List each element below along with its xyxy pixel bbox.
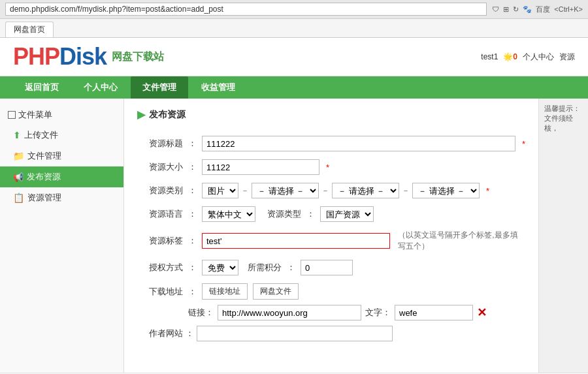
logo-phpdisk: PHPDisk	[13, 43, 106, 70]
category-label: 资源类别	[137, 185, 183, 196]
auth-row: 授权方式 ： 免费 所需积分 ：	[137, 260, 525, 275]
box-icon	[8, 111, 16, 119]
logo-php: PHP	[13, 43, 59, 70]
arrow-icon: ▶	[137, 108, 145, 121]
lang-select[interactable]: 繁体中文	[202, 206, 255, 222]
points-label: 所需积分	[248, 262, 282, 273]
type-select[interactable]: 国产资源	[320, 206, 374, 222]
personal-center-link[interactable]: 个人中心	[523, 52, 554, 63]
browser-icons: 🛡 ⊞ ↻ 🐾 百度 <Ctrl+K>	[492, 5, 583, 14]
size-row: 资源大小 ： *	[137, 159, 525, 175]
tag-hint: （以英文逗号隔开多个标签,最多填写五个）	[398, 230, 525, 252]
author-row: 作者网站 ：	[137, 326, 525, 341]
grid-icon: ⊞	[503, 5, 509, 14]
download-label: 下载地址	[137, 286, 183, 298]
user-score: 🌟0	[503, 52, 517, 61]
category-required: *	[486, 186, 489, 196]
refresh-icon[interactable]: ↻	[513, 5, 519, 14]
netdisk-button[interactable]: 网盘文件	[253, 283, 299, 300]
author-input[interactable]	[197, 326, 393, 341]
link-addr-button[interactable]: 链接地址	[202, 283, 248, 300]
link-input[interactable]	[218, 305, 361, 320]
upload-icon: ⬆	[13, 130, 21, 140]
link-row: 链接： 文字： ✕	[188, 305, 525, 320]
link-text-input[interactable]	[395, 305, 473, 320]
nav-earnings[interactable]: 收益管理	[189, 76, 247, 99]
sidebar: 文件菜单 ⬆ 上传文件 📁 文件管理 📢 发布资源 📋 资源管理	[0, 99, 124, 373]
folder-icon: 📁	[13, 151, 24, 161]
nav-home[interactable]: 返回首页	[13, 76, 71, 99]
paw-icon: 🐾	[523, 5, 532, 14]
form-area: ▶ 发布资源 资源标题 ： * 资源大小 ： * 资源类别 ： 图片 －	[124, 99, 538, 373]
points-input[interactable]	[301, 260, 353, 275]
sidebar-item-publish[interactable]: 📢 发布资源	[0, 166, 123, 187]
category-select-sub1[interactable]: － 请选择 －	[252, 183, 319, 198]
tab-home[interactable]: 网盘首页	[5, 22, 54, 37]
size-input[interactable]	[202, 159, 319, 175]
url-bar[interactable]	[5, 3, 487, 16]
size-label: 资源大小	[137, 161, 183, 173]
header-user: test1 🌟0 个人中心 资源	[481, 52, 575, 63]
browser-bar: 🛡 ⊞ ↻ 🐾 百度 <Ctrl+K>	[0, 0, 588, 19]
delete-link-button[interactable]: ✕	[477, 305, 487, 320]
category-select-sub2[interactable]: － 请选择 －	[332, 183, 399, 198]
right-panel-text: 温馨提示：文件须经核，	[544, 104, 580, 132]
site-header: PHPDisk 网盘下载站 test1 🌟0 个人中心 资源	[0, 38, 588, 76]
author-label: 作者网站	[137, 328, 183, 339]
manage-icon: 📋	[13, 193, 24, 203]
username: test1	[481, 52, 498, 61]
sidebar-title: 文件菜单	[0, 105, 123, 125]
logo-subtitle: 网盘下载站	[112, 50, 164, 64]
resources-link[interactable]: 资源	[559, 52, 575, 63]
right-panel: 温馨提示：文件须经核，	[538, 99, 588, 373]
sidebar-item-filemanage[interactable]: 📁 文件管理	[0, 146, 123, 166]
title-required: *	[522, 139, 525, 149]
title-row: 资源标题 ： *	[137, 136, 525, 151]
category-select-main[interactable]: 图片	[202, 183, 238, 198]
baidu-label: 百度	[536, 5, 550, 14]
nav-personal[interactable]: 个人中心	[72, 76, 129, 99]
shield-icon: 🛡	[492, 5, 499, 13]
publish-icon: 📢	[13, 172, 24, 182]
tab-bar: 网盘首页	[0, 19, 588, 38]
main-nav: 返回首页 个人中心 文件管理 收益管理	[0, 76, 588, 99]
tag-row: 资源标签 ： （以英文逗号隔开多个标签,最多填写五个）	[137, 230, 525, 252]
size-required: *	[326, 163, 329, 172]
type-label: 资源类型	[267, 208, 301, 220]
main-content: 文件菜单 ⬆ 上传文件 📁 文件管理 📢 发布资源 📋 资源管理 ▶ 发布资源 …	[0, 99, 588, 373]
auth-select[interactable]: 免费	[202, 260, 238, 275]
text-label: 文字：	[365, 307, 391, 319]
title-label: 资源标题	[137, 138, 183, 149]
section-title: ▶ 发布资源	[137, 108, 525, 126]
link-label: 链接：	[188, 307, 214, 319]
category-row: 资源类别 ： 图片 － － 请选择 － － － 请选择 － － － 请选择 －	[137, 183, 525, 198]
sidebar-item-resmanage[interactable]: 📋 资源管理	[0, 187, 123, 208]
category-selects: 图片 － － 请选择 － － － 请选择 － － － 请选择 －	[202, 183, 480, 198]
tag-input[interactable]	[202, 233, 390, 249]
lang-label: 资源语言	[137, 208, 183, 220]
sidebar-item-upload[interactable]: ⬆ 上传文件	[0, 125, 123, 146]
nav-files[interactable]: 文件管理	[131, 76, 188, 99]
tag-label: 资源标签	[137, 235, 183, 247]
category-select-sub3[interactable]: － 请选择 －	[412, 183, 480, 198]
lang-row: 资源语言 ： 繁体中文 资源类型 ： 国产资源	[137, 206, 525, 222]
shortcut-label: <Ctrl+K>	[554, 5, 583, 13]
site-logo: PHPDisk 网盘下载站	[13, 43, 164, 70]
download-row: 下载地址 ： 链接地址 网盘文件	[137, 283, 525, 300]
auth-label: 授权方式	[137, 262, 183, 273]
title-input[interactable]	[202, 136, 515, 151]
